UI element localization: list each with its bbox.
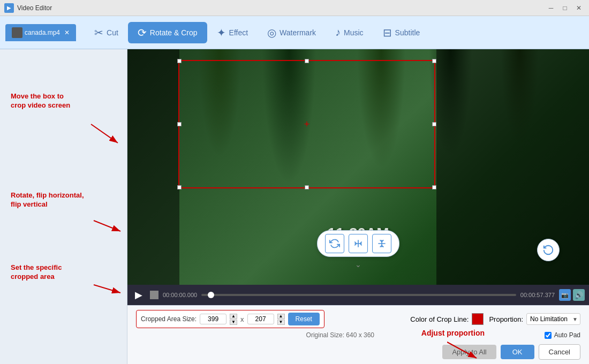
time-end: 00:00:57.377 — [520, 292, 555, 298]
crop-handle-tr[interactable] — [432, 59, 436, 63]
tab-watermark[interactable]: ◎ Watermark — [258, 22, 326, 43]
video-container: + 11:30AM NIZZA GAR ⌄ — [127, 49, 589, 285]
tab-subtitle-label: Subtitle — [395, 28, 420, 37]
crop-handle-tm[interactable] — [305, 59, 309, 63]
reset-crop-button[interactable]: Reset — [288, 313, 320, 325]
app-title: Video Editor — [17, 4, 545, 12]
original-size: Original Size: 640 x 360 — [136, 331, 545, 339]
timeline-icons: 📷 🔊 — [559, 289, 585, 301]
crop-handle-mr[interactable] — [432, 122, 436, 126]
height-up-button[interactable]: ▲ — [277, 314, 285, 319]
timeline-slider[interactable] — [201, 294, 516, 296]
music-icon: ♪ — [335, 26, 341, 39]
color-line-group: Color of Crop Line: — [410, 313, 484, 325]
rotate-icon: ⟳ — [138, 26, 147, 39]
file-thumbnail — [12, 27, 22, 38]
stop-button[interactable] — [150, 291, 158, 299]
apply-all-button[interactable]: Apply to All — [442, 345, 496, 359]
bottom-controls: Cropped Area Size: ▲ ▼ x ▲ ▼ Reset — [127, 305, 589, 364]
tab-cut[interactable]: ✂ Cut — [85, 22, 128, 43]
cut-icon: ✂ — [94, 26, 103, 39]
annotation-move-box: Move the box tocrop video screen — [11, 92, 70, 110]
bottom-row3: Apply to All OK Cancel — [136, 342, 580, 360]
tab-bar: canada.mp4 ✕ ✂ Cut ⟳ Rotate & Crop ✦ Eff… — [0, 16, 589, 49]
crop-handle-br[interactable] — [432, 185, 436, 189]
window-controls: ─ □ ✕ — [545, 2, 585, 14]
tab-rotate-crop[interactable]: ⟳ Rotate & Crop — [128, 22, 207, 43]
tab-music[interactable]: ♪ Music — [326, 22, 373, 43]
timeline-thumb[interactable] — [208, 292, 214, 298]
title-bar: ▶ Video Editor ─ □ ✕ — [0, 0, 589, 16]
timeline: ▶ 00:00:00.000 00:00:57.377 📷 🔊 — [127, 285, 589, 305]
annotation-crop-area: Set the specificcropped area — [11, 263, 62, 282]
bottom-row2: Original Size: 640 x 360 Auto Pad — [136, 331, 580, 339]
watermark-icon: ◎ — [267, 26, 276, 39]
file-tab-close[interactable]: ✕ — [64, 29, 70, 36]
cancel-button[interactable]: Cancel — [539, 344, 580, 360]
color-swatch[interactable] — [472, 313, 484, 325]
tab-subtitle[interactable]: ⊟ Subtitle — [373, 22, 430, 43]
close-button[interactable]: ✕ — [573, 2, 585, 14]
chevron-down-icon[interactable]: ⌄ — [355, 260, 361, 269]
crop-handle-ml[interactable] — [177, 122, 182, 126]
subtitle-icon: ⊟ — [383, 26, 392, 39]
annotation-rotate: Rotate, flip horizontal,flip vertical — [11, 191, 84, 209]
time-start: 00:00:00.000 — [163, 292, 197, 298]
crop-handle-bm[interactable] — [305, 185, 309, 189]
flip-vertical-button[interactable] — [372, 234, 391, 253]
main-area: Move the box tocrop video screen Rotate,… — [0, 49, 589, 364]
video-background: + 11:30AM NIZZA GAR ⌄ — [127, 49, 589, 285]
color-line-label: Color of Crop Line: — [410, 315, 469, 323]
rotate-controls — [317, 230, 399, 257]
ok-button[interactable]: OK — [501, 345, 534, 359]
crop-handle-bl[interactable] — [177, 185, 182, 189]
tab-effect[interactable]: ✦ Effect — [207, 22, 258, 43]
play-button[interactable]: ▶ — [132, 288, 146, 302]
height-spinner: ▲ ▼ — [277, 314, 285, 325]
maximize-button[interactable]: □ — [559, 2, 571, 14]
auto-pad-label[interactable]: Auto Pad — [545, 331, 580, 339]
crop-box[interactable]: + — [178, 60, 435, 188]
flip-horizontal-button[interactable] — [349, 234, 368, 253]
auto-pad-checkbox[interactable] — [545, 332, 552, 339]
volume-icon[interactable]: 🔊 — [573, 289, 585, 301]
rotate-button[interactable] — [325, 234, 344, 253]
width-up-button[interactable]: ▲ — [230, 314, 237, 319]
tab-music-label: Music — [344, 28, 364, 37]
width-down-button[interactable]: ▼ — [230, 320, 237, 325]
tab-watermark-label: Watermark — [280, 28, 316, 37]
right-controls: Color of Crop Line: Proportion: No Limit… — [410, 313, 580, 325]
proportion-label: Proportion: — [489, 315, 523, 323]
proportion-select[interactable]: No Limitation 16:9 4:3 1:1 9:16 — [526, 313, 580, 325]
minimize-button[interactable]: ─ — [545, 2, 557, 14]
tab-cut-label: Cut — [107, 28, 118, 37]
left-panel: Move the box tocrop video screen Rotate,… — [0, 49, 127, 364]
proportion-group: Proportion: No Limitation 16:9 4:3 1:1 9… — [489, 313, 580, 325]
size-separator: x — [240, 315, 244, 323]
crop-size-group: Cropped Area Size: ▲ ▼ x ▲ ▼ Reset — [136, 310, 324, 328]
crop-width-input[interactable] — [200, 314, 226, 324]
crop-crosshair: + — [304, 119, 310, 130]
tab-effect-label: Effect — [229, 28, 248, 37]
tab-rotate-label: Rotate & Crop — [150, 28, 198, 37]
reset-rotate-button[interactable] — [537, 239, 560, 261]
camera-icon[interactable]: 📷 — [559, 289, 571, 301]
proportion-select-wrapper: No Limitation 16:9 4:3 1:1 9:16 ▼ — [526, 313, 580, 325]
crop-height-input[interactable] — [247, 314, 274, 324]
crop-handle-tl[interactable] — [177, 59, 182, 63]
height-down-button[interactable]: ▼ — [277, 320, 285, 325]
auto-pad-text: Auto Pad — [554, 331, 580, 339]
bottom-row1: Cropped Area Size: ▲ ▼ x ▲ ▼ Reset — [136, 310, 580, 328]
video-area: + 11:30AM NIZZA GAR ⌄ — [127, 49, 589, 364]
app-icon: ▶ — [4, 3, 14, 13]
crop-size-label: Cropped Area Size: — [141, 315, 197, 323]
file-tab-name: canada.mp4 — [25, 29, 60, 36]
width-spinner: ▲ ▼ — [230, 314, 237, 325]
effect-icon: ✦ — [217, 26, 226, 39]
